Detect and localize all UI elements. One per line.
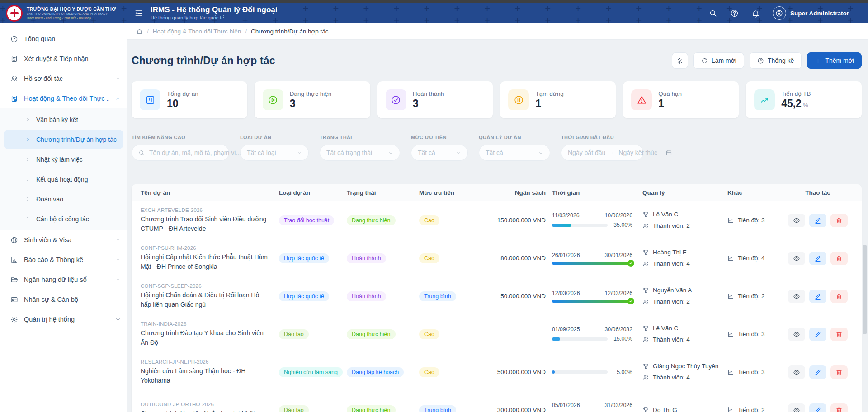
edit-button[interactable]: [809, 290, 826, 303]
trophy-icon: [642, 325, 649, 332]
stat-suffix: %: [803, 102, 808, 108]
home-icon[interactable]: [136, 28, 143, 35]
sidebar-item[interactable]: Nhân sự & Cán bộ: [0, 290, 127, 309]
column-header: Thời gian: [552, 184, 642, 201]
select-value: Tất cả: [418, 149, 435, 156]
date-end-placeholder: Ngày kết thúc: [618, 149, 657, 156]
project-name[interactable]: Hội nghị Cập nhật Kiến thức Phẫu thuật H…: [141, 253, 274, 271]
notifications-button[interactable]: [751, 9, 760, 18]
sidebar-submenu: Văn bản ký kếtChương trình/Dự án hợp tác…: [0, 108, 127, 230]
help-button[interactable]: [730, 9, 739, 18]
university-name: TRƯỜNG ĐẠI HỌC Y DƯỢC CẦN THƠ: [27, 6, 116, 12]
chevron-right-icon: [25, 197, 30, 201]
status-badge: Đang lập kế hoạch: [347, 367, 404, 377]
project-name[interactable]: Chương trình Trao đổi Sinh viên Điều dưỡ…: [141, 215, 274, 233]
delete-button[interactable]: [830, 365, 848, 379]
sidebar-subitem[interactable]: Nhật ký làm việc: [4, 150, 123, 169]
sidebar-subitem[interactable]: Văn bản ký kết: [4, 110, 123, 129]
calendar-icon: [665, 150, 672, 156]
edit-icon: [814, 255, 821, 262]
sidebar-item[interactable]: Ngân hàng dữ liệu số: [0, 270, 127, 290]
menu-fold-icon: [134, 9, 143, 18]
delete-button[interactable]: [830, 214, 848, 227]
edit-button[interactable]: [809, 365, 826, 379]
globe-icon: [10, 236, 18, 244]
filter-select[interactable]: Tất cả trạng thái: [320, 145, 400, 161]
sidebar-subitem[interactable]: Chương trình/Dự án hợp tác: [4, 130, 123, 149]
project-name[interactable]: Chương trình Đào tạo Y khoa cho Sinh viê…: [141, 328, 274, 347]
view-button[interactable]: [788, 403, 805, 412]
user-icon: [775, 9, 783, 17]
view-button[interactable]: [788, 365, 805, 379]
university-logo: [6, 5, 23, 22]
team-icon: [642, 298, 649, 305]
manager-name: Lê Văn C: [653, 324, 678, 332]
page-scrollbar[interactable]: [863, 23, 867, 412]
view-button[interactable]: [788, 252, 805, 265]
sidebar-item-label: Xét duyệt & Tiếp nhận: [24, 55, 121, 62]
delete-button[interactable]: [830, 290, 848, 303]
search-button[interactable]: [709, 9, 717, 18]
sidebar-item[interactable]: Quản trị hệ thống: [0, 309, 127, 329]
milestone-count: Tiến độ: 4: [738, 254, 765, 262]
sidebar-item[interactable]: Xét duyệt & Tiếp nhận: [0, 49, 127, 69]
user-menu[interactable]: Super Administrator: [773, 6, 849, 20]
filter-select[interactable]: Tất cả: [479, 145, 550, 161]
milestone-count: Tiến độ: 2: [738, 406, 765, 412]
delete-button[interactable]: [830, 252, 848, 265]
milestone-count: Tiến độ: 3: [738, 330, 765, 338]
sidebar-item[interactable]: Hồ sơ đối tác: [0, 69, 127, 89]
chevron-down-icon: [115, 257, 121, 262]
column-header: Ngân sách: [483, 184, 552, 201]
delete-button[interactable]: [830, 403, 848, 412]
edit-button[interactable]: [809, 214, 826, 227]
chevron-down-icon: [115, 277, 121, 282]
table-settings-button[interactable]: [672, 52, 688, 69]
sidebar-item[interactable]: Sinh viên & Visa: [0, 230, 127, 250]
manager-name: Lê Văn C: [653, 211, 678, 219]
select-value: Tất cả trạng thái: [326, 149, 372, 156]
filter-select[interactable]: Tất cả: [411, 145, 468, 161]
stat-icon-box: [754, 89, 775, 110]
sidebar-item-label: Ngân hàng dữ liệu số: [24, 276, 109, 283]
filter-select[interactable]: Tất cả loại: [240, 145, 309, 161]
projects-table: Tên dự ánLoại dự ánTrạng tháiMức ưu tiên…: [132, 184, 862, 412]
view-button[interactable]: [788, 214, 805, 227]
checkc-icon: [391, 95, 401, 105]
sidebar-collapse-button[interactable]: [134, 9, 143, 18]
sidebar-item[interactable]: Tổng quan: [0, 29, 127, 49]
start-date: 01/09/2025: [552, 326, 580, 332]
gear-icon: [10, 316, 18, 323]
view-button[interactable]: [788, 328, 805, 341]
sidebar-item[interactable]: Hoạt động & Theo dõi Thực ...: [0, 89, 127, 108]
project-name[interactable]: Hội nghị Chẩn đoán & Điều trị Rối loạn H…: [141, 290, 274, 309]
edit-button[interactable]: [809, 403, 826, 412]
sidebar-item[interactable]: Báo cáo & Thống kê: [0, 250, 127, 270]
column-header: Trạng thái: [347, 184, 419, 201]
project-code: CONF-PSU-RHM-2026: [141, 245, 274, 251]
breadcrumb-section[interactable]: Hoạt động & Theo dõi Thực hiện: [153, 28, 241, 35]
stat-value: 45,2%: [781, 98, 811, 109]
app-title: IRMS - Hệ thống Quản lý Đối ngoại: [151, 5, 278, 14]
edit-icon: [814, 293, 821, 300]
delete-button[interactable]: [830, 328, 848, 341]
sidebar-subitem[interactable]: Kết quả hoạt động: [4, 169, 123, 189]
scrollbar-thumb[interactable]: [863, 245, 867, 334]
sidebar-subitem[interactable]: Đoàn vào: [4, 189, 123, 209]
column-header: Mức ưu tiên: [419, 184, 483, 201]
sidebar-subitem[interactable]: Cán bộ đi công tác: [4, 209, 123, 229]
search-input[interactable]: Tên dự án, mã, mô tả, phạm vi...: [132, 145, 229, 161]
view-button[interactable]: [788, 290, 805, 303]
stat-label: Tạm dừng: [535, 90, 563, 97]
edit-button[interactable]: [809, 328, 826, 341]
edit-button[interactable]: [809, 252, 826, 265]
statistics-button[interactable]: Thống kê: [750, 52, 802, 69]
project-code: RESEARCH-JP-NEPH-2026: [141, 359, 274, 365]
refresh-button[interactable]: Làm mới: [693, 52, 744, 69]
project-name[interactable]: Nghiên cứu Lâm sàng Thận học - ĐH Yokoha…: [141, 366, 274, 385]
filter-label: QUẢN LÝ DỰ ÁN: [479, 135, 550, 140]
project-name[interactable]: Chương trình Học tập Ngắn hạn tại Nhật: [141, 409, 274, 412]
member-count: Thành viên: 4: [653, 374, 690, 382]
date-range-input[interactable]: Ngày bắt đầuNgày kết thúc: [561, 145, 643, 161]
add-new-button[interactable]: Thêm mới: [807, 52, 862, 69]
